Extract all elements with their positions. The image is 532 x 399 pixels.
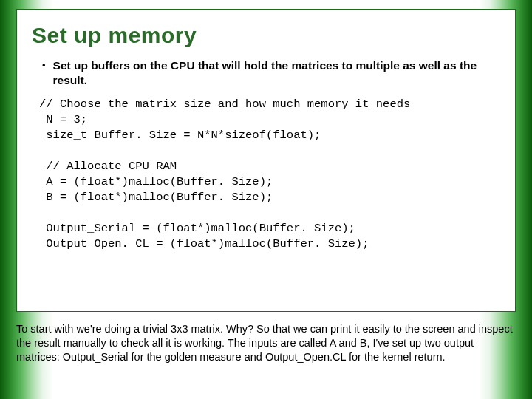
presenter-notes: To start with we're doing a trivial 3x3 … [16,322,516,364]
slide-title: Set up memory [32,23,500,48]
code-block: // Choose the matrix size and how much m… [39,97,500,251]
bullet-dot-icon: • [42,60,46,71]
bullet-item: • Set up buffers on the CPU that will ho… [42,58,500,88]
slide-panel: Set up memory • Set up buffers on the CP… [16,9,516,312]
bullet-text: Set up buffers on the CPU that will hold… [53,58,500,88]
